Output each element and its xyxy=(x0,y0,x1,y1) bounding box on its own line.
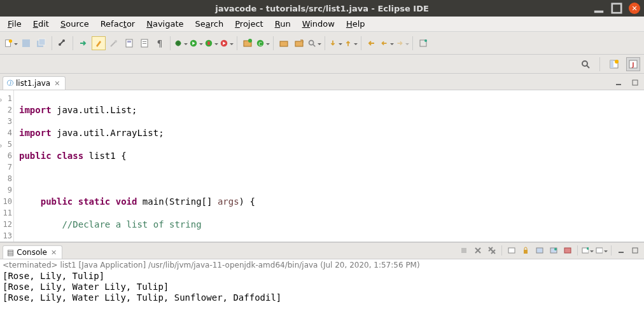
svg-point-7 xyxy=(59,43,61,46)
minimize-console-button[interactable] xyxy=(615,244,627,257)
svg-text:J: J xyxy=(631,62,634,68)
menu-refactor[interactable]: Refactor xyxy=(95,17,141,31)
remove-all-button[interactable] xyxy=(486,244,498,257)
terminate-button[interactable] xyxy=(458,244,470,257)
code-content[interactable]: import java.util.List; import java.util.… xyxy=(14,90,644,242)
menu-project[interactable]: Project xyxy=(230,17,269,31)
link-button[interactable] xyxy=(55,36,69,50)
select-console-button[interactable] xyxy=(595,244,608,257)
save-button[interactable] xyxy=(19,36,33,50)
svg-point-21 xyxy=(248,39,252,43)
svg-rect-48 xyxy=(633,248,638,253)
menu-source[interactable]: Source xyxy=(55,17,94,31)
svg-point-3 xyxy=(9,39,12,42)
svg-point-9 xyxy=(115,40,117,43)
svg-rect-47 xyxy=(619,252,624,253)
svg-point-42 xyxy=(554,248,557,250)
menu-file[interactable]: File xyxy=(3,17,27,31)
tab-close-icon[interactable]: ✕ xyxy=(54,79,60,88)
console-tabstrip: ▤ Console ✕ xyxy=(0,243,644,259)
main-toolbar: ¶ C xyxy=(0,32,644,55)
remove-launch-button[interactable] xyxy=(472,244,484,257)
menu-edit[interactable]: Edit xyxy=(28,17,54,31)
svg-point-32 xyxy=(615,60,619,64)
svg-rect-24 xyxy=(280,41,288,46)
wand-button[interactable] xyxy=(107,36,121,50)
open-perspective-button[interactable] xyxy=(607,57,621,71)
pilcrow-button[interactable]: ¶ xyxy=(153,36,167,50)
menu-window[interactable]: Window xyxy=(297,17,340,31)
new-class-button[interactable]: C xyxy=(256,36,270,50)
open-task-button[interactable] xyxy=(292,36,306,50)
next-annotation-button[interactable] xyxy=(328,36,342,50)
menu-help[interactable]: Help xyxy=(341,17,370,31)
back-button[interactable] xyxy=(380,36,394,50)
minimize-button[interactable] xyxy=(593,3,605,14)
svg-rect-10 xyxy=(126,39,132,47)
line-gutter: ⊖ ⊖ xyxy=(0,90,14,242)
maximize-console-button[interactable] xyxy=(629,244,641,257)
scroll-lock-button[interactable] xyxy=(519,244,532,257)
tab-close-icon[interactable]: ✕ xyxy=(51,249,57,257)
save-all-button[interactable] xyxy=(34,36,48,50)
svg-point-28 xyxy=(424,39,427,42)
java-file-icon: Ⓙ xyxy=(7,79,13,88)
show-whitespace-button[interactable] xyxy=(137,36,151,50)
svg-rect-40 xyxy=(536,248,543,253)
menu-run[interactable]: Run xyxy=(270,17,296,31)
console-tab[interactable]: ▤ Console ✕ xyxy=(3,245,62,259)
perspective-toolbar: J xyxy=(0,55,644,74)
window-title: javacode - tutorials/src/list1.java - Ec… xyxy=(0,4,644,13)
svg-rect-35 xyxy=(616,84,621,85)
java-perspective-button[interactable]: J xyxy=(626,57,640,71)
svg-rect-39 xyxy=(524,250,528,254)
console-status: <terminated> list1 [Java Application] /u… xyxy=(0,259,644,271)
title-bar: javacode - tutorials/src/list1.java - Ec… xyxy=(0,0,644,17)
svg-rect-18 xyxy=(207,41,210,44)
word-wrap-button[interactable] xyxy=(533,244,546,257)
clear-console-button[interactable] xyxy=(505,244,518,257)
minimize-view-button[interactable] xyxy=(612,76,625,89)
menu-search[interactable]: Search xyxy=(190,17,229,31)
svg-rect-11 xyxy=(127,41,131,43)
quick-access-button[interactable] xyxy=(578,57,592,71)
open-type-button[interactable] xyxy=(277,36,291,50)
svg-rect-1 xyxy=(612,4,621,13)
last-edit-button[interactable] xyxy=(365,36,379,50)
console-output[interactable]: [Rose, Lily, Tulip] [Rose, Lily, Water L… xyxy=(0,271,644,328)
menu-bar: File Edit Source Refactor Navigate Searc… xyxy=(0,17,644,32)
svg-rect-4 xyxy=(22,39,30,47)
svg-rect-37 xyxy=(461,248,466,253)
maximize-view-button[interactable] xyxy=(629,76,641,89)
highlight-button[interactable] xyxy=(92,36,106,50)
menu-navigate[interactable]: Navigate xyxy=(141,17,188,31)
debug-step-button[interactable] xyxy=(76,36,90,50)
run-button[interactable] xyxy=(189,36,203,50)
close-button[interactable]: ✕ xyxy=(629,3,640,14)
pin-editor-button[interactable] xyxy=(416,36,430,50)
svg-point-8 xyxy=(62,39,65,42)
editor-tabstrip: Ⓙ list1.java ✕ xyxy=(0,74,644,90)
search-button[interactable] xyxy=(307,36,321,50)
open-console-button[interactable] xyxy=(581,244,594,257)
svg-rect-25 xyxy=(295,41,303,46)
prev-annotation-button[interactable] xyxy=(344,36,358,50)
svg-rect-6 xyxy=(39,39,45,45)
code-editor[interactable]: ⊖ ⊖ import java.util.List; import java.u… xyxy=(0,90,644,242)
editor-tab[interactable]: Ⓙ list1.java ✕ xyxy=(3,76,66,90)
display-console-button[interactable] xyxy=(561,244,574,257)
coverage-button[interactable] xyxy=(204,36,218,50)
pin-console-button[interactable] xyxy=(547,244,560,257)
svg-rect-0 xyxy=(594,11,603,13)
run-last-button[interactable] xyxy=(220,36,234,50)
maximize-button[interactable] xyxy=(611,3,622,14)
debug-button[interactable] xyxy=(174,36,188,50)
console-tab-label: Console xyxy=(17,248,47,257)
svg-point-29 xyxy=(582,61,587,66)
block-select-button[interactable] xyxy=(122,36,136,50)
svg-text:C: C xyxy=(258,41,262,46)
new-button[interactable] xyxy=(4,36,18,50)
forward-button[interactable] xyxy=(395,36,409,50)
new-package-button[interactable] xyxy=(241,36,255,50)
svg-rect-43 xyxy=(564,248,571,253)
